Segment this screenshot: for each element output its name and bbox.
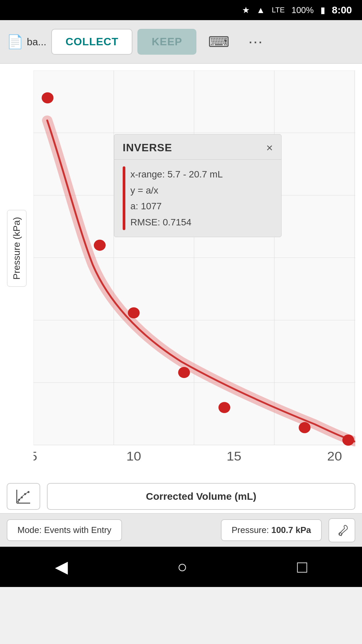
status-bar: ★ ▲ LTE 100% ▮ 8:00: [0, 0, 362, 20]
tooltip-xrange: x-range: 5.7 - 20.7 mL: [130, 166, 223, 182]
status-time: 8:00: [332, 4, 352, 16]
keep-button[interactable]: KEEP: [137, 29, 196, 55]
back-button[interactable]: ◀: [55, 557, 68, 577]
svg-text:20: 20: [327, 449, 342, 463]
y-axis-label-container: Pressure (kPa): [3, 80, 30, 416]
tooltip-title: INVERSE: [123, 142, 172, 154]
tooltip-equation: y = a/x: [130, 182, 223, 199]
recent-button[interactable]: □: [297, 557, 307, 577]
layout-button[interactable]: ⌨: [201, 30, 236, 54]
tooltip-close-button[interactable]: ×: [266, 141, 273, 154]
document-icon: 📄: [7, 34, 23, 50]
chart-svg: 200 175 150 125 100 75 50 5 10 15 20: [34, 70, 355, 480]
svg-point-29: [299, 422, 310, 433]
chart-area: Pressure (kPa) 200 175 150 125: [0, 64, 362, 513]
svg-point-26: [128, 307, 139, 318]
nav-bar: ◀ ○ □: [0, 547, 362, 587]
pressure-button[interactable]: Pressure: 100.7 kPa: [221, 519, 322, 541]
tooltip-popup: INVERSE × x-range: 5.7 - 20.7 mL y = a/x…: [114, 134, 282, 237]
y-axis-label: Pressure (kPa): [7, 210, 26, 287]
wrench-button[interactable]: [328, 518, 355, 542]
lte-icon: LTE: [272, 6, 285, 14]
home-button[interactable]: ○: [177, 557, 187, 577]
svg-point-30: [342, 435, 354, 446]
svg-point-27: [178, 367, 190, 378]
mode-button[interactable]: Mode: Events with Entry: [7, 519, 122, 541]
tooltip-content: x-range: 5.7 - 20.7 mL y = a/x a: 1077 R…: [130, 166, 223, 230]
tooltip-rmse: RMSE: 0.7154: [130, 214, 223, 230]
tooltip-a: a: 1077: [130, 198, 223, 214]
bottom-status-bar: Mode: Events with Entry Pressure: 100.7 …: [0, 513, 362, 547]
battery-icon: ▮: [320, 5, 325, 15]
svg-point-25: [94, 240, 106, 251]
toolbar: 📄 ba... COLLECT KEEP ⌨ ⋯: [0, 20, 362, 64]
collect-button[interactable]: COLLECT: [51, 29, 132, 55]
chart-type-icon: [15, 488, 32, 505]
wifi-icon: ▲: [256, 5, 265, 15]
svg-text:5: 5: [34, 449, 37, 463]
pressure-label: Pressure:: [232, 525, 269, 535]
more-options-button[interactable]: ⋯: [241, 30, 269, 54]
svg-point-24: [42, 92, 53, 103]
svg-text:15: 15: [227, 449, 241, 463]
tooltip-accent-bar: [123, 166, 125, 230]
wrench-icon: [335, 524, 349, 537]
file-name: ba...: [27, 36, 46, 48]
pressure-value: 100.7 kPa: [271, 525, 311, 535]
svg-point-28: [219, 402, 230, 413]
x-axis-label-button[interactable]: Corrected Volume (mL): [47, 483, 355, 510]
chart-svg-wrapper: 200 175 150 125 100 75 50 5 10 15 20: [34, 70, 355, 480]
tooltip-body: x-range: 5.7 - 20.7 mL y = a/x a: 1077 R…: [114, 160, 281, 237]
doc-icon-area: 📄 ba...: [7, 34, 46, 50]
x-axis-label-bar: Corrected Volume (mL): [0, 480, 362, 513]
bluetooth-icon: ★: [242, 5, 250, 15]
tooltip-header: INVERSE ×: [114, 135, 281, 160]
svg-text:10: 10: [126, 449, 141, 463]
chart-type-button[interactable]: [7, 483, 40, 510]
battery-percent: 100%: [291, 5, 314, 15]
